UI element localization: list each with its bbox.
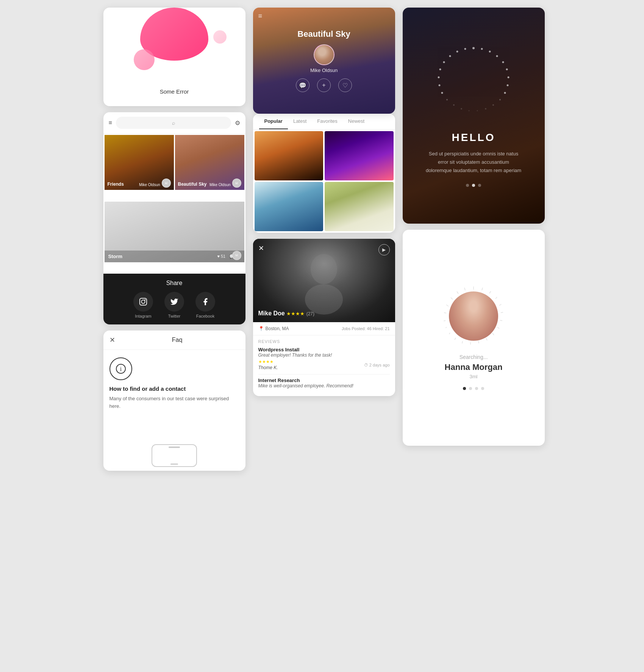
- review-date-1: ⏱ 2 days ago: [364, 363, 390, 367]
- svg-point-28: [443, 61, 445, 63]
- searching-label: Searching...: [460, 354, 488, 360]
- hello-dot-3[interactable]: [478, 184, 481, 187]
- photo-cell-2[interactable]: [325, 131, 394, 180]
- profile-card: ✕ ▶ Mike Doe ★★★★ (27) 📍 Boston, MA Jobs…: [253, 239, 395, 396]
- phone-mockup: [152, 444, 197, 467]
- svg-line-51: [451, 298, 453, 299]
- faq-title: Faq: [115, 337, 239, 343]
- instagram-share-button[interactable]: Intagram: [133, 292, 153, 318]
- gallery-item-sky[interactable]: Beautiful Sky Mike Oldsun M: [175, 135, 244, 190]
- searching-dot-2[interactable]: [469, 387, 472, 390]
- gallery-item-name-friends: Mike Oldsun: [139, 183, 160, 187]
- svg-point-11: [502, 61, 504, 63]
- error-message: Some Error: [160, 88, 189, 95]
- gallery-item-friends[interactable]: Friends Mike Oldsun M: [105, 135, 174, 190]
- review-subtitle-2: Mike is well-organised employee. Recomme…: [258, 383, 390, 388]
- svg-point-2: [145, 299, 146, 301]
- tab-favorites[interactable]: Favorites: [312, 114, 342, 129]
- review-title-2: Internet Research: [258, 378, 390, 383]
- svg-rect-0: [140, 298, 147, 305]
- faq-close-button[interactable]: ✕: [109, 336, 115, 344]
- svg-point-26: [438, 76, 440, 78]
- like-action-button[interactable]: ♡: [338, 78, 352, 92]
- searching-card: Searching... Hanna Morgan 3ml: [403, 230, 545, 446]
- svg-line-44: [462, 341, 463, 343]
- sky-avatar-image: [314, 45, 334, 64]
- review-title-1: Wordpress Install: [258, 347, 390, 352]
- svg-line-46: [449, 333, 450, 335]
- svg-point-9: [489, 50, 491, 52]
- tab-latest[interactable]: Latest: [288, 114, 312, 129]
- review-item-1: Wordpress Install Great employer! Thanks…: [258, 347, 390, 370]
- instagram-label: Intagram: [135, 314, 151, 318]
- svg-line-36: [499, 304, 502, 305]
- svg-point-10: [496, 55, 498, 57]
- phone-home-button: [170, 464, 178, 465]
- svg-line-41: [486, 338, 487, 340]
- hello-dot-2[interactable]: [472, 184, 475, 187]
- searching-dot-1[interactable]: [463, 387, 466, 390]
- dotted-circle: [436, 44, 511, 120]
- tab-popular[interactable]: Popular: [259, 114, 288, 129]
- tab-newest[interactable]: Newest: [343, 114, 370, 129]
- facebook-share-button[interactable]: Facebook: [195, 292, 215, 318]
- svg-line-35: [496, 297, 497, 299]
- hamburger-icon[interactable]: ≡: [109, 119, 112, 126]
- svg-point-19: [477, 110, 478, 111]
- profile-location-row: 📍 Boston, MA Jobs Posted: 46 Hired: 21: [253, 322, 395, 335]
- svg-point-24: [441, 92, 443, 94]
- search-icon: ⌕: [172, 120, 175, 126]
- comment-action-button[interactable]: 💬: [296, 78, 309, 92]
- profile-stars: ★★★★: [286, 311, 305, 316]
- photo-cell-4[interactable]: [325, 182, 394, 231]
- search-bar[interactable]: ⌕: [116, 117, 231, 129]
- searching-dot-4[interactable]: [481, 387, 484, 390]
- svg-line-45: [455, 338, 456, 340]
- twitter-label: Twitter: [168, 314, 180, 318]
- hello-dots: [466, 184, 481, 187]
- faq-question: How to find or add a contact: [109, 385, 239, 392]
- gallery-card: ≡ ⌕ ⚙ Friends Mike Oldsun M Beautiful Sk…: [103, 112, 245, 324]
- photo-cell-3[interactable]: [255, 182, 324, 231]
- tabs-bar: Popular Latest Favorites Newest: [253, 114, 395, 130]
- filter-icon[interactable]: ⚙: [235, 119, 240, 127]
- blob-small1: [134, 49, 155, 70]
- profile-close-button[interactable]: ✕: [258, 244, 264, 252]
- hello-title: HELLO: [452, 132, 496, 144]
- profile-play-button[interactable]: ▶: [378, 244, 390, 255]
- svg-line-34: [489, 291, 491, 293]
- searching-dot-3[interactable]: [475, 387, 478, 390]
- gallery-item-storm[interactable]: M Storm ♥ 51 💬 27: [105, 202, 244, 262]
- svg-point-31: [464, 48, 466, 50]
- twitter-share-button[interactable]: Twitter: [164, 292, 184, 318]
- svg-line-40: [492, 333, 494, 335]
- sky-menu-icon[interactable]: ≡: [258, 12, 263, 20]
- profile-location: 📍 Boston, MA: [258, 326, 289, 331]
- storm-title: Storm: [108, 254, 123, 259]
- svg-point-12: [506, 68, 508, 70]
- add-action-button[interactable]: +: [317, 78, 331, 92]
- svg-point-23: [446, 99, 448, 100]
- svg-point-1: [141, 300, 145, 303]
- gallery-avatar-friends: M: [162, 179, 171, 188]
- gallery-avatar-sky: M: [232, 179, 241, 188]
- review-author-1: Thome K.: [258, 365, 278, 370]
- sky-title: Beautiful Sky: [297, 29, 350, 39]
- profile-jobs-info: Jobs Posted: 46 Hired: 21: [342, 326, 390, 331]
- sky-avatar: [314, 44, 335, 65]
- profile-header-image: ✕ ▶ Mike Doe ★★★★ (27): [253, 239, 395, 322]
- share-buttons: Intagram Twitter: [109, 292, 239, 318]
- svg-point-8: [481, 48, 483, 50]
- svg-point-13: [508, 76, 510, 78]
- profile-name-overlay: Mike Doe ★★★★ (27): [258, 310, 315, 317]
- svg-point-17: [492, 104, 494, 106]
- gallery-grid: Friends Mike Oldsun M Beautiful Sky Mike…: [103, 134, 245, 274]
- storm-avatar: M: [232, 251, 241, 260]
- blob-small2: [213, 30, 227, 44]
- hello-dot-1[interactable]: [466, 184, 469, 187]
- review-subtitle-1: Great employer! Thanks for the task!: [258, 352, 390, 358]
- photo-grid-card: Popular Latest Favorites Newest: [253, 114, 395, 233]
- review-stars-1: ★★★★: [258, 359, 278, 364]
- photo-cell-1[interactable]: [255, 131, 324, 180]
- storm-overlay: M Storm ♥ 51 💬 27: [105, 251, 244, 262]
